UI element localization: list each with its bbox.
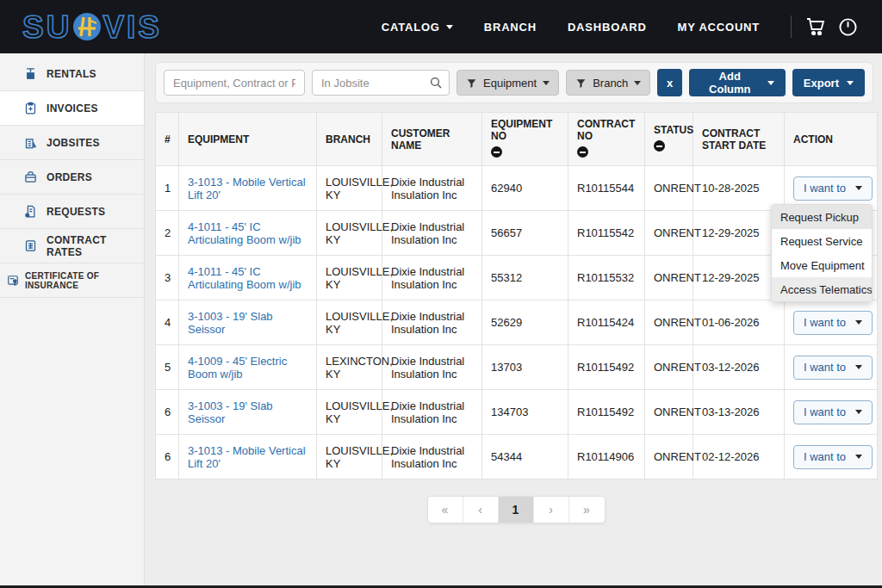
table-row: 1 3-1013 - Mobile Vertical Lift 20' LOUI…	[156, 166, 878, 211]
brand-logo[interactable]: SU VIS	[22, 11, 162, 43]
menu-item-request-service[interactable]: Request Service	[772, 229, 872, 253]
i-want-to-button[interactable]: I want to	[793, 445, 873, 469]
menu-item-move-equipment[interactable]: Move Equipment	[772, 253, 872, 277]
i-want-to-button[interactable]: I want to	[793, 400, 873, 424]
jobsite-search-wrap	[312, 70, 450, 96]
nav-divider	[791, 15, 792, 38]
jobsites-building-icon	[24, 136, 37, 149]
equipment-filter-button[interactable]: Equipment	[457, 70, 559, 96]
sidebar-item-contract-rates[interactable]: CONTRACT RATES	[0, 229, 144, 263]
remove-column-icon[interactable]	[491, 146, 502, 158]
pagination: « ‹ 1 › »	[155, 496, 877, 523]
caret-down-icon	[767, 81, 774, 85]
equipment-link[interactable]: 3-1003 - 19' Slab Seissor	[188, 399, 273, 425]
equipment-link[interactable]: 3-1013 - Mobile Vertical Lift 20'	[188, 444, 306, 470]
caret-down-icon	[446, 25, 453, 29]
remove-column-icon[interactable]	[577, 146, 588, 158]
equipment-link[interactable]: 4-1011 - 45' IC Articulating Boom w/jib	[188, 220, 301, 246]
search-input[interactable]	[164, 70, 305, 96]
logo-text-right: VIS	[102, 11, 162, 43]
pagination-page-1-button[interactable]: 1	[499, 497, 534, 523]
caret-down-icon	[855, 320, 862, 325]
status-badge: ONRENT	[645, 211, 693, 256]
status-badge: ONRENT	[645, 435, 693, 480]
table-row: 4 3-1003 - 19' Slab Seissor LOUISVILLE, …	[156, 300, 878, 345]
nav-branch[interactable]: BRANCH	[484, 21, 537, 34]
sidebar-item-label: RENTALS	[47, 68, 96, 80]
sidebar-item-requests[interactable]: REQUESTS	[0, 195, 144, 229]
orders-toolbox-icon	[24, 170, 37, 183]
col-header-branch: BRANCH	[317, 113, 382, 166]
invoices-clipboard-icon	[24, 102, 37, 115]
col-header-action: ACTION	[785, 113, 878, 166]
sidebar-item-label: JOBSITES	[47, 137, 100, 149]
filter-bar: Equipment Branch x Add Column Export	[155, 62, 873, 103]
sidebar-item-label: INVOICES	[47, 102, 98, 115]
logo-text-left: SU	[22, 11, 71, 43]
sidebar-item-invoices[interactable]: INVOICES	[0, 91, 144, 126]
col-header-contract-start-date: CONTRACT START DATE	[693, 113, 785, 166]
caret-down-icon	[855, 365, 862, 369]
status-badge: ONRENT	[645, 166, 693, 211]
sidebar-item-label: CONTRACT RATES	[47, 234, 144, 258]
pagination-last-button[interactable]: »	[569, 497, 605, 523]
rentals-crane-icon	[24, 67, 37, 80]
pagination-first-button[interactable]: «	[428, 497, 463, 523]
branch-filter-button[interactable]: Branch	[566, 70, 650, 96]
caret-down-icon	[855, 186, 862, 190]
table-row: 6 3-1003 - 19' Slab Seissor LOUISVILLE, …	[156, 390, 878, 435]
top-nav: CATALOG BRANCH DASHBOARD MY ACCOUNT	[382, 15, 870, 38]
pagination-next-button[interactable]: ›	[534, 497, 569, 523]
add-column-button[interactable]: Add Column	[689, 69, 786, 96]
table-row: 3 4-1011 - 45' IC Articulating Boom w/ji…	[156, 256, 878, 300]
contract-rates-document-icon	[24, 239, 37, 252]
sidebar-item-label: ORDERS	[47, 171, 92, 183]
status-badge: ONRENT	[645, 390, 693, 435]
table-row: 5 4-1009 - 45' Electric Boom w/jib LEXIN…	[156, 345, 878, 390]
sidebar-item-label: REQUESTS	[47, 206, 105, 218]
equipment-link[interactable]: 4-1009 - 45' Electric Boom w/jib	[188, 355, 287, 381]
pagination-prev-button[interactable]: ‹	[463, 497, 499, 523]
i-want-to-dropdown-menu: Request Pickup Request Service Move Equi…	[771, 204, 873, 302]
table-row: 6 3-1013 - Mobile Vertical Lift 20' LOUI…	[156, 435, 878, 480]
col-header-equipment: EQUIPMENT	[179, 113, 317, 166]
sidebar-item-certificate-of-insurance[interactable]: CERTIFICATE OF INSURANCE	[0, 263, 144, 298]
search-icon	[429, 76, 443, 93]
status-badge: ONRENT	[645, 300, 693, 345]
power-icon[interactable]	[838, 17, 858, 37]
col-header-contract-no: CONTRACT NO	[568, 113, 645, 166]
caret-down-icon	[847, 81, 854, 85]
equipment-link[interactable]: 4-1011 - 45' IC Articulating Boom w/jib	[188, 265, 301, 291]
nav-catalog[interactable]: CATALOG	[382, 21, 453, 34]
i-want-to-button[interactable]: I want to	[793, 356, 873, 380]
i-want-to-button[interactable]: I want to	[793, 176, 873, 201]
top-bar: SU VIS CATALOG BRANCH DASHBOARD MY ACCOU…	[0, 0, 882, 53]
caret-down-icon	[543, 81, 550, 85]
sidebar-item-orders[interactable]: ORDERS	[0, 160, 144, 195]
sidebar-item-label: CERTIFICATE OF INSURANCE	[25, 271, 144, 290]
nav-dashboard[interactable]: DASHBOARD	[568, 21, 647, 34]
sidebar-item-jobsites[interactable]: JOBSITES	[0, 126, 144, 160]
equipment-link[interactable]: 3-1013 - Mobile Vertical Lift 20'	[188, 176, 306, 201]
remove-column-icon[interactable]	[654, 140, 665, 152]
col-header-status: STATUS	[645, 113, 693, 166]
table-header-row: # EQUIPMENT BRANCH CUSTOMER NAME EQUIPME…	[156, 113, 878, 166]
sidebar-item-rentals[interactable]: RENTALS	[0, 57, 144, 91]
sidebar: RENTALS INVOICES JOBSITES ORDERS	[0, 53, 145, 585]
status-badge: ONRENT	[645, 345, 693, 390]
i-want-to-button[interactable]: I want to	[793, 311, 873, 335]
rentals-table-wrap: # EQUIPMENT BRANCH CUSTOMER NAME EQUIPME…	[155, 112, 877, 480]
funnel-icon	[575, 77, 587, 89]
menu-item-request-pickup[interactable]: Request Pickup	[772, 205, 872, 229]
cart-icon[interactable]	[805, 16, 826, 37]
certificate-icon	[7, 275, 19, 287]
export-button[interactable]: Export	[792, 69, 865, 96]
menu-item-access-telematics[interactable]: Access Telematics	[772, 277, 872, 301]
requests-document-icon	[24, 205, 37, 218]
main-content: Equipment Branch x Add Column Export	[146, 53, 882, 585]
nav-my-account[interactable]: MY ACCOUNT	[678, 21, 760, 34]
clear-filters-button[interactable]: x	[657, 69, 681, 96]
caret-down-icon	[855, 455, 862, 459]
equipment-link[interactable]: 3-1003 - 19' Slab Seissor	[188, 310, 273, 336]
col-header-equipment-no: EQUIPMENT NO	[482, 113, 568, 166]
